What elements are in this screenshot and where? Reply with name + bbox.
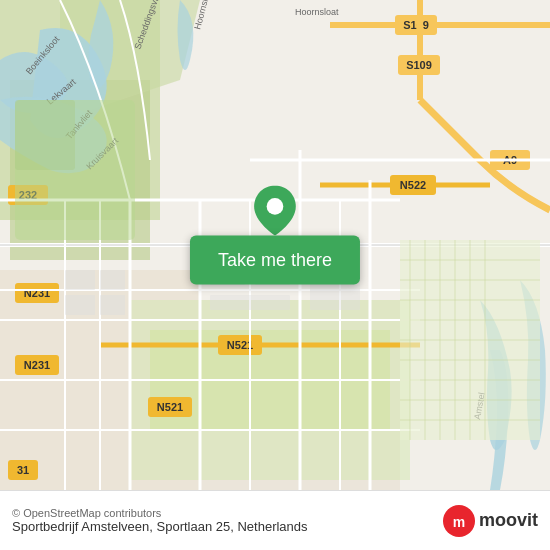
copyright-text: © OpenStreetMap contributors [12,507,308,519]
svg-text:S109: S109 [403,19,429,31]
svg-rect-57 [100,270,125,290]
svg-text:Hoornsloat: Hoornsloat [295,7,339,17]
svg-rect-58 [65,295,95,315]
svg-rect-59 [100,295,125,315]
bottom-bar: © OpenStreetMap contributors Sportbedrij… [0,490,550,550]
svg-rect-81 [15,100,75,170]
svg-rect-56 [65,270,95,290]
svg-point-82 [267,198,284,215]
svg-text:S109: S109 [406,59,432,71]
location-text: Sportbedrijf Amstelveen, Sportlaan 25, N… [12,519,308,534]
moovit-icon: m [443,505,475,537]
svg-text:N521: N521 [157,401,183,413]
moovit-brand-text: moovit [479,510,538,531]
svg-text:31: 31 [17,464,29,476]
svg-rect-62 [210,295,290,310]
take-me-there-button[interactable]: Take me there [190,236,360,285]
map-container: S109 S109 A9 N522 N521 N521 N231 N231 23… [0,0,550,490]
moovit-logo: m moovit [443,505,538,537]
svg-text:N231: N231 [24,359,50,371]
button-overlay: Take me there [190,186,360,285]
bottom-info: © OpenStreetMap contributors Sportbedrij… [12,507,308,534]
location-pin-icon [250,186,300,236]
svg-text:N231: N231 [24,287,50,299]
svg-text:m: m [453,514,465,530]
svg-text:N522: N522 [400,179,426,191]
